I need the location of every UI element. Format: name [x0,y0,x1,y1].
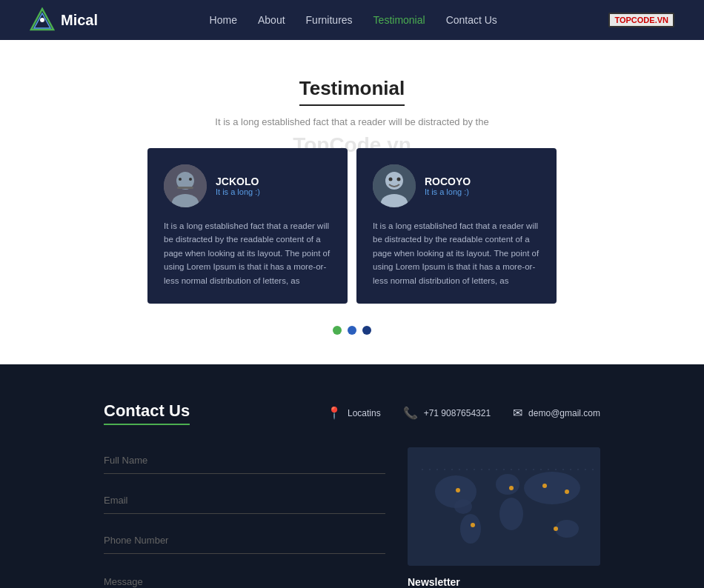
logo-text: Mical [61,12,98,29]
card-role-2: It is a long :) [425,187,471,196]
location-text: Locatins [348,408,381,418]
fullname-input[interactable] [104,447,385,474]
info-phone: 📞 +71 9087654321 [403,406,491,420]
nav-home[interactable]: Home [210,14,237,26]
avatar-2 [373,164,416,207]
card-info-1: JCKOLO It is a long :) [216,176,260,196]
card-info-2: ROCOYO It is a long :) [425,176,471,196]
svg-point-2 [40,18,44,22]
svg-point-21 [496,474,519,495]
carousel-dots [30,326,674,335]
info-email: ✉ demo@gmail.com [513,406,600,420]
svg-point-30 [554,527,558,531]
dot-3[interactable] [362,326,371,335]
svg-point-44 [518,469,519,470]
avatar-placeholder-2 [373,164,416,207]
contact-form: SEND f t in TopCode.vn [104,447,385,588]
newsletter-box: Newsletter SUBSCRIBE [408,576,600,588]
svg-point-22 [499,498,523,530]
topcode-badge: TOPCODE.VN [608,13,674,27]
newsletter-title: Newsletter [408,576,600,588]
svg-point-54 [592,469,594,470]
testimonials-wrapper: JCKOLO It is a long :) It is a long esta… [30,148,674,304]
phone-text: +71 9087654321 [424,408,491,418]
nav-contact[interactable]: Contact Us [446,14,497,26]
svg-point-34 [444,469,445,470]
nav-furnitures[interactable]: Furnitures [306,14,353,26]
card-header-1: JCKOLO It is a long :) [164,164,331,207]
card-name-2: ROCOYO [425,176,471,187]
svg-point-23 [524,472,580,504]
info-location: 📍 Locatins [327,406,381,420]
svg-point-52 [577,469,579,470]
svg-point-13 [397,178,401,181]
svg-point-38 [474,469,475,470]
svg-point-27 [542,484,547,488]
email-text: demo@gmail.com [528,408,600,418]
svg-point-53 [585,469,586,470]
svg-point-19 [454,499,472,514]
nav-testimonial[interactable]: Testimonial [373,14,425,26]
svg-point-6 [179,178,182,181]
svg-point-37 [466,469,468,470]
card-text-1: It is a long established fact that a rea… [164,219,331,287]
card-text-2: It is a long established fact that a rea… [373,219,540,287]
contact-body: SEND f t in TopCode.vn [104,447,600,588]
avatar-1 [164,164,207,207]
svg-point-29 [471,523,475,527]
svg-point-51 [570,469,571,470]
svg-point-26 [509,486,514,490]
email-input[interactable] [104,487,385,514]
phone-icon: 📞 [403,406,418,420]
testimonial-title: Testimonial [299,77,405,106]
card-role-1: It is a long :) [216,187,260,196]
logo[interactable]: Mical [30,7,98,33]
phone-input[interactable] [104,527,385,554]
nav-links: Home About Furnitures Testimonial Contac… [210,14,497,26]
contact-section: Contact Us 📍 Locatins 📞 +71 9087654321 ✉… [0,364,704,588]
svg-point-12 [389,178,393,181]
location-icon: 📍 [327,406,342,420]
card-header-2: ROCOYO It is a long :) [373,164,540,207]
contact-top: Contact Us 📍 Locatins 📞 +71 9087654321 ✉… [104,401,600,425]
svg-point-42 [503,469,505,470]
svg-point-40 [488,469,490,470]
testimonial-card-2: ROCOYO It is a long :) It is a long esta… [356,148,557,304]
svg-point-24 [555,520,579,538]
logo-icon [30,7,55,33]
svg-point-25 [456,488,460,492]
nav-about[interactable]: About [258,14,285,26]
svg-point-50 [562,469,564,470]
message-input[interactable] [104,567,385,588]
dot-2[interactable] [348,326,356,335]
svg-point-32 [429,469,431,470]
contact-map [408,447,600,566]
avatar-placeholder-1 [164,164,207,207]
testimonial-subtitle: It is a long established fact that a rea… [30,116,674,127]
svg-point-49 [555,469,557,470]
contact-info: 📍 Locatins 📞 +71 9087654321 ✉ demo@gmail… [327,406,600,420]
svg-point-28 [565,490,569,494]
email-icon: ✉ [513,406,522,420]
svg-rect-8 [177,187,193,189]
svg-point-33 [436,469,438,470]
card-name-1: JCKOLO [216,176,260,187]
svg-point-46 [533,469,534,470]
navbar: Mical Home About Furnitures Testimonial … [0,0,704,40]
svg-point-41 [496,469,497,470]
svg-point-36 [459,469,460,470]
svg-point-7 [189,178,192,181]
svg-point-39 [481,469,482,470]
testimonial-card-1: JCKOLO It is a long :) It is a long esta… [147,148,348,304]
navbar-right: TOPCODE.VN [608,13,674,27]
contact-title: Contact Us [104,401,190,425]
svg-point-35 [451,469,453,470]
svg-point-45 [525,469,527,470]
dot-1[interactable] [333,326,342,335]
svg-point-20 [460,514,481,544]
svg-point-48 [548,469,549,470]
svg-point-31 [422,469,423,470]
svg-point-47 [540,469,542,470]
testimonial-section: Testimonial It is a long established fac… [0,40,704,364]
svg-point-43 [511,469,512,470]
